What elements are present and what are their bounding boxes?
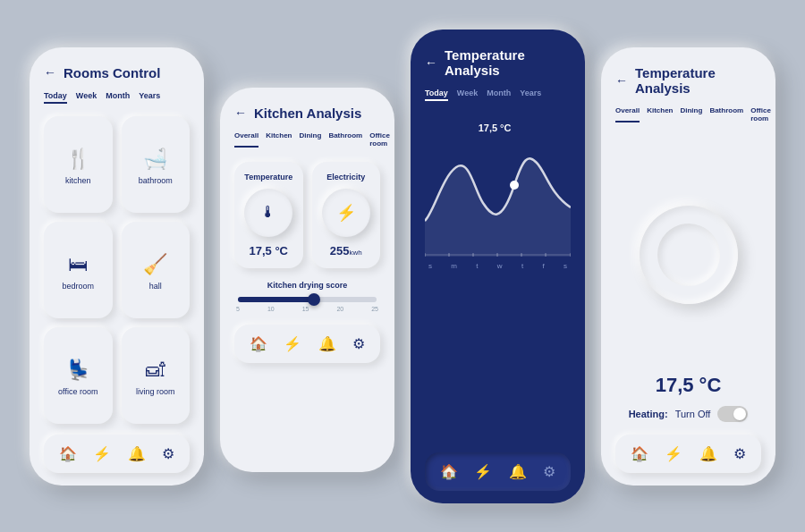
temp-dial[interactable]: 🌡: [244, 189, 292, 237]
day-w: w: [497, 262, 503, 270]
heating-row: Heating: Turn Off: [615, 406, 761, 422]
chart-peak-label: 17,5 °C: [479, 122, 512, 133]
room-office[interactable]: 💺 office room: [44, 327, 113, 424]
tick-15: 15: [302, 306, 309, 312]
atab-kitchen[interactable]: Kitchen: [266, 131, 292, 148]
tick-20: 20: [336, 306, 343, 312]
room-bathroom[interactable]: 🛁 bathroom: [122, 116, 191, 213]
phone-rooms-control: ← Rooms Control Today Week Month Years 🍴…: [30, 47, 204, 486]
phone-temp-analysis-dark: ← Temperature Analysis Today Week Month …: [411, 30, 585, 503]
room-hall[interactable]: 🧹 hall: [122, 222, 191, 318]
nav-electric-icon[interactable]: ⚡: [469, 461, 497, 482]
tab-years[interactable]: Years: [139, 91, 160, 104]
phone-kitchen-analysis: ← Kitchen Analysis Overall Kitchen Dinin…: [220, 88, 394, 472]
bedroom-icon: 🛏: [68, 253, 88, 276]
nav-home-icon[interactable]: 🏠: [244, 334, 273, 354]
nav-home-icon[interactable]: 🏠: [625, 443, 654, 464]
day-s2: s: [564, 262, 567, 270]
temperature-chart: 17,5 °C: [425, 114, 571, 443]
phone4-header: ← Temperature Analysis: [615, 65, 761, 96]
nav-home-icon[interactable]: 🏠: [54, 443, 82, 464]
rooms-grid: 🍴 kitchen 🛁 bathroom 🛏 bedroom 🧹 hall 💺: [44, 116, 190, 424]
atab4-kitchen[interactable]: Kitchen: [647, 106, 673, 122]
thermometer-icon: 🌡: [260, 203, 276, 222]
nav-gear-icon[interactable]: ⚙: [728, 443, 751, 464]
phone4-analysis-tabs: Overall Kitchen Dining Bathroom Office r…: [615, 106, 761, 122]
nav-electric-icon[interactable]: ⚡: [88, 443, 116, 464]
big-temperature-value: 17,5 °C: [615, 374, 761, 397]
tab-month[interactable]: Month: [487, 89, 511, 101]
phone3-header: ← Temperature Analysis: [425, 47, 571, 78]
tick-25: 25: [371, 306, 378, 312]
bedroom-label: bedroom: [62, 282, 94, 291]
room-living[interactable]: 🛋 living room: [122, 327, 191, 424]
day-t2: t: [521, 262, 523, 270]
nav-electric-icon[interactable]: ⚡: [659, 443, 688, 464]
atab4-overall[interactable]: Overall: [615, 106, 640, 122]
phone3-tabs: Today Week Month Years: [425, 89, 571, 101]
tab-month[interactable]: Month: [106, 91, 130, 104]
atab4-dining[interactable]: Dining: [680, 106, 702, 122]
tab-today[interactable]: Today: [425, 89, 448, 101]
tab-years[interactable]: Years: [520, 89, 541, 101]
nav-bell-icon[interactable]: 🔔: [313, 334, 342, 354]
phone4-title: Temperature Analysis: [635, 65, 761, 96]
slider-thumb[interactable]: [308, 293, 320, 306]
atab-bathroom[interactable]: Bathroom: [328, 131, 362, 148]
tab-today[interactable]: Today: [44, 91, 67, 104]
phone-temp-analysis-light: ← Temperature Analysis Overall Kitchen D…: [601, 47, 775, 486]
back-arrow-icon[interactable]: ←: [615, 73, 628, 88]
nav-bell-icon[interactable]: 🔔: [694, 443, 723, 464]
phone3-title: Temperature Analysis: [445, 47, 571, 78]
phone4-bottom-nav: 🏠 ⚡ 🔔 ⚙: [615, 435, 761, 473]
tick-5: 5: [236, 306, 240, 312]
day-f: f: [542, 262, 544, 270]
metrics-row: Temperature 🌡 17,5 °C Electricity ⚡ 255k…: [234, 162, 380, 268]
big-temp-dial[interactable]: [640, 206, 738, 304]
room-bedroom[interactable]: 🛏 bedroom: [44, 222, 113, 318]
atab-dining[interactable]: Dining: [299, 131, 321, 148]
nav-gear-icon[interactable]: ⚙: [347, 334, 370, 354]
heating-action[interactable]: Turn Off: [675, 409, 711, 419]
slider-section: Kitchen drying score 5 10 15 20 25: [234, 281, 380, 312]
back-arrow-icon[interactable]: ←: [425, 55, 437, 70]
nav-electric-icon[interactable]: ⚡: [278, 334, 307, 354]
atab4-bathroom[interactable]: Bathroom: [709, 106, 743, 122]
living-label: living room: [136, 387, 175, 396]
nav-bell-icon[interactable]: 🔔: [504, 461, 532, 482]
tick-10: 10: [267, 306, 275, 312]
tab-week[interactable]: Week: [457, 89, 478, 101]
metric-elec-label: Electricity: [326, 173, 365, 182]
heating-toggle[interactable]: [717, 406, 748, 422]
heating-label: Heating:: [629, 409, 668, 419]
slider-fill: [238, 297, 314, 302]
chart-svg: [425, 140, 571, 257]
atab4-office[interactable]: Office room: [750, 106, 771, 122]
kwh-unit: kwh: [349, 249, 361, 257]
back-arrow-icon[interactable]: ←: [234, 106, 247, 120]
chart-fill: [425, 158, 571, 257]
slider-label: Kitchen drying score: [234, 281, 380, 290]
metric-temp-label: Temperature: [244, 173, 292, 182]
room-kitchen[interactable]: 🍴 kitchen: [44, 116, 113, 213]
elec-dial[interactable]: ⚡: [322, 189, 370, 237]
kitchen-label: kitchen: [65, 176, 91, 185]
nav-bell-icon[interactable]: 🔔: [123, 443, 151, 464]
hall-icon: 🧹: [143, 253, 167, 276]
day-t1: t: [476, 262, 478, 270]
atab-overall[interactable]: Overall: [234, 131, 258, 148]
phone1-header: ← Rooms Control: [44, 65, 190, 80]
lightning-icon: ⚡: [336, 203, 356, 223]
toggle-knob: [733, 408, 746, 420]
slider-track[interactable]: [238, 297, 377, 302]
nav-gear-icon[interactable]: ⚙: [538, 461, 561, 482]
tab-week[interactable]: Week: [76, 91, 97, 104]
nav-gear-icon[interactable]: ⚙: [157, 443, 180, 464]
bathroom-icon: 🛁: [143, 148, 167, 171]
nav-home-icon[interactable]: 🏠: [435, 461, 463, 482]
atab-office[interactable]: Office room: [369, 131, 390, 148]
phone1-bottom-nav: 🏠 ⚡ 🔔 ⚙: [44, 435, 190, 473]
back-arrow-icon[interactable]: ←: [44, 65, 56, 80]
metric-temperature: Temperature 🌡 17,5 °C: [234, 162, 303, 268]
slider-ticks: 5 10 15 20 25: [234, 306, 380, 312]
